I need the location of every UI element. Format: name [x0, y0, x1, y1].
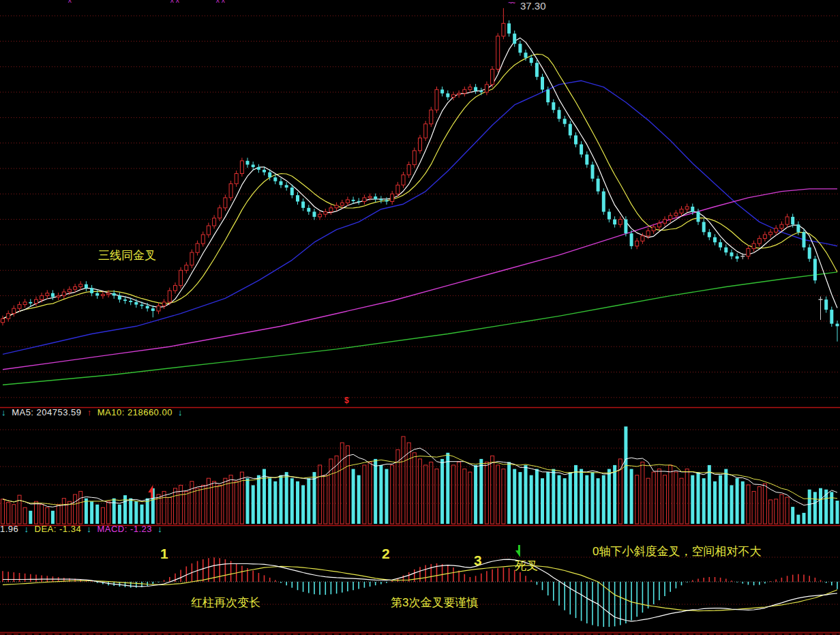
- macd-dea-down-arrow-icon: ↓: [87, 524, 91, 534]
- death-cross-note: 死叉: [515, 560, 538, 573]
- macd-right-note: 0轴下小斜度金叉，空间相对不大: [592, 546, 761, 559]
- macd-header: 1.96 ↓ DEA: -1.34 ↓ MACD: -1.23 ↓: [0, 525, 165, 534]
- macd-macd-label: MACD: -1.23: [97, 524, 152, 534]
- macd-cross-number-3: 3: [474, 552, 482, 568]
- top-caret-mark: ^: [68, 0, 72, 7]
- golden-cross-note: 三线同金叉: [98, 250, 156, 263]
- up-arrow-icon: [148, 485, 153, 498]
- macd-bottom-right-note: 第3次金叉要谨慎: [391, 597, 478, 610]
- volume-ma5-up-arrow-icon: ↑: [87, 407, 92, 417]
- dividend-marker: $: [344, 396, 349, 405]
- peak-pointer-icon: ~~: [508, 0, 514, 7]
- top-caret-mark: ^: [176, 0, 179, 7]
- top-caret-mark: ^: [216, 0, 220, 7]
- stock-chart-app: ^^^^^ ↓ MA5: 204753.59 ↑ MA10: 218660.00…: [0, 0, 840, 635]
- macd-macd-down-arrow-icon: ↓: [158, 524, 162, 534]
- macd-dif-down-arrow-icon: ↓: [24, 524, 29, 534]
- macd-cross-number-2: 2: [382, 546, 390, 561]
- volume-down-arrow-icon: ↓: [1, 407, 6, 417]
- chart-canvas[interactable]: ^^^^^: [0, 0, 840, 635]
- top-caret-mark: ^: [222, 0, 225, 7]
- volume-header: ↓ MA5: 204753.59 ↑ MA10: 218660.00 ↓: [1, 408, 185, 417]
- volume-ma10-down-arrow-icon: ↓: [178, 407, 183, 417]
- volume-ma10-label: MA10: 218660.00: [97, 407, 172, 417]
- macd-cross-number-1: 1: [160, 546, 168, 561]
- peak-price-label: 37.30: [520, 1, 546, 12]
- volume-ma5-label: MA5: 204753.59: [12, 407, 81, 417]
- down-arrow-icon: [515, 545, 520, 557]
- macd-dea-label: DEA: -1.34: [35, 524, 82, 534]
- macd-dif-value: 1.96: [0, 524, 18, 534]
- macd-bottom-left-note: 红柱再次变长: [191, 597, 260, 610]
- top-caret-mark: ^: [170, 0, 174, 7]
